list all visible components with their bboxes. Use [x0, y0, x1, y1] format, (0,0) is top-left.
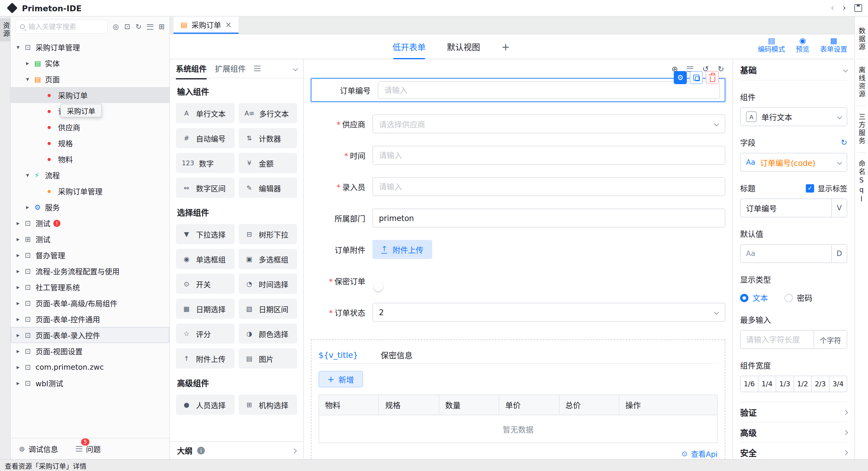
- default-dynamic-button[interactable]: D: [831, 245, 847, 262]
- form-field-time[interactable]: *时间: [311, 146, 725, 165]
- tree-item[interactable]: 页面-表单-控件通用: [11, 311, 169, 327]
- form-field-order-status[interactable]: *订单状态 2: [311, 303, 725, 322]
- field-binding-select[interactable]: Aa 订单编号(code): [740, 153, 847, 172]
- time-input[interactable]: [379, 151, 719, 160]
- expander-icon[interactable]: [17, 284, 25, 290]
- expander-icon[interactable]: [17, 268, 25, 274]
- width-option-button[interactable]: 1/6: [741, 376, 758, 392]
- component-item[interactable]: ▧ 日期区间: [239, 299, 297, 319]
- tree-item[interactable]: 采购订单管理: [11, 183, 169, 199]
- form-field-attachment[interactable]: 订单附件 ↑ 附件上传: [311, 240, 725, 259]
- debug-info-button[interactable]: ⊚ 调试信息: [19, 443, 58, 454]
- tree-item[interactable]: 规格: [11, 135, 169, 151]
- collapsed-section-header[interactable]: 验证: [740, 402, 847, 422]
- panel-icon[interactable]: ⊞: [159, 23, 164, 30]
- expander-icon[interactable]: [26, 172, 34, 178]
- title-input[interactable]: [746, 204, 828, 212]
- component-item[interactable]: ▣ 多选框组: [239, 249, 297, 269]
- nav-forward-icon[interactable]: ›: [842, 4, 846, 12]
- width-option-button[interactable]: 1/3: [776, 376, 794, 392]
- component-item[interactable]: # 自动编号: [176, 128, 235, 148]
- expander-icon[interactable]: [26, 60, 34, 66]
- component-item[interactable]: ⊟ 树形下拉: [239, 224, 297, 244]
- subform-tab-vtitle[interactable]: ${v_title}: [318, 350, 358, 359]
- resources-rail-tab[interactable]: 资源: [0, 18, 11, 41]
- section-basic[interactable]: 基础: [740, 59, 847, 81]
- save-button[interactable]: [855, 4, 862, 12]
- tree-item[interactable]: 采购订单: [11, 87, 169, 103]
- time-input-wrap[interactable]: [372, 146, 725, 165]
- tree-item[interactable]: com.primeton.zwc: [11, 359, 169, 375]
- nav-back-icon[interactable]: ‹: [831, 4, 834, 12]
- copy-field-button[interactable]: [690, 71, 703, 84]
- view-tab-default-view[interactable]: 默认视图: [447, 40, 480, 53]
- right-rail-tab[interactable]: 三方服务: [857, 106, 866, 152]
- order-code-input[interactable]: [384, 86, 713, 94]
- components-menu-icon[interactable]: [254, 66, 260, 71]
- selected-field-order-code[interactable]: ⚙ 订单编号: [311, 78, 725, 102]
- search-input[interactable]: [28, 23, 103, 31]
- view-api-link[interactable]: 查看Api: [318, 448, 718, 459]
- expander-icon[interactable]: [17, 220, 25, 226]
- component-item[interactable]: ⊙ 开关: [176, 274, 235, 294]
- form-field-secret-order[interactable]: *保密订单: [311, 271, 725, 290]
- component-item[interactable]: ↑ 附件上传: [176, 348, 235, 369]
- component-item[interactable]: ◑ 颜色选择: [239, 323, 297, 344]
- component-item[interactable]: 123 数字: [176, 153, 235, 173]
- scope-icon[interactable]: ⊡: [124, 23, 130, 30]
- tree-item[interactable]: 测试: [11, 231, 169, 247]
- width-option-button[interactable]: 1/2: [794, 376, 812, 392]
- component-item[interactable]: ⇔ 数字区间: [176, 178, 235, 198]
- expander-icon[interactable]: [17, 44, 25, 50]
- component-item[interactable]: ◉ 单选框组: [176, 249, 235, 269]
- component-item[interactable]: A≡ 多行文本: [239, 103, 297, 123]
- editor-action-button[interactable]: 预览: [796, 37, 809, 55]
- locate-icon[interactable]: ◎: [113, 23, 119, 30]
- width-option-button[interactable]: 1/4: [758, 376, 776, 392]
- operator-input-wrap[interactable]: [372, 177, 725, 196]
- add-view-button[interactable]: +: [501, 40, 510, 53]
- attachment-upload-button[interactable]: ↑ 附件上传: [372, 240, 432, 259]
- show-label-checkbox[interactable]: 显示标签: [806, 182, 847, 194]
- width-option-button[interactable]: 2/3: [812, 376, 830, 392]
- structure-icon[interactable]: [687, 66, 693, 71]
- right-rail-tab[interactable]: 数据源: [857, 20, 866, 59]
- problems-button[interactable]: 5 问题: [76, 443, 101, 454]
- default-value-input-wrap[interactable]: Aa D: [740, 244, 847, 263]
- editor-tab-purchase-order[interactable]: 采购订单 ×: [174, 17, 239, 34]
- component-item[interactable]: ✎ 编辑器: [239, 178, 297, 198]
- tree-item[interactable]: 测试 !: [11, 215, 169, 231]
- tree-item[interactable]: 物料: [11, 151, 169, 167]
- add-row-button[interactable]: 新增: [318, 371, 363, 387]
- delete-field-button[interactable]: [706, 71, 719, 84]
- supplier-select[interactable]: 请选择供应商: [372, 114, 725, 133]
- refresh-icon[interactable]: ↻: [135, 23, 142, 30]
- tree-item[interactable]: 页面-视图设置: [11, 343, 169, 359]
- form-field-supplier[interactable]: *供应商 请选择供应商: [311, 114, 725, 133]
- search-box[interactable]: [16, 20, 108, 34]
- component-type-select[interactable]: A 单行文本: [740, 107, 847, 126]
- editor-action-button[interactable]: 表单设置: [820, 37, 847, 55]
- expander-icon[interactable]: [17, 252, 25, 258]
- order-code-input-wrap[interactable]: [378, 81, 720, 99]
- field-settings-button[interactable]: ⚙: [674, 71, 687, 84]
- component-item[interactable]: ◔ 时间选择: [239, 274, 297, 294]
- radio-password[interactable]: 密码: [784, 292, 812, 303]
- subform-tab-secret-info[interactable]: 保密信息: [381, 349, 413, 360]
- title-input-wrap[interactable]: V: [740, 199, 847, 217]
- radio-text[interactable]: 文本: [740, 292, 768, 303]
- tree-item[interactable]: 督办管理: [11, 247, 169, 263]
- editor-action-button[interactable]: 编码模式: [758, 37, 785, 55]
- component-item[interactable]: ▦ 日期选择: [176, 299, 235, 319]
- component-item[interactable]: ¥ 金额: [239, 153, 297, 173]
- expander-icon[interactable]: [17, 300, 25, 306]
- tab-extension-components[interactable]: 扩展组件: [215, 63, 246, 74]
- tree-item[interactable]: 页面-表单-录入控件: [11, 327, 169, 343]
- department-input[interactable]: [379, 213, 719, 223]
- operator-input[interactable]: [379, 182, 719, 191]
- expander-icon[interactable]: [17, 332, 25, 338]
- expander-icon[interactable]: [26, 76, 34, 82]
- component-item[interactable]: ▼ 下拉选择: [176, 224, 235, 244]
- component-item[interactable]: ⊞ 机构选择: [239, 394, 297, 415]
- expander-icon[interactable]: [17, 348, 25, 354]
